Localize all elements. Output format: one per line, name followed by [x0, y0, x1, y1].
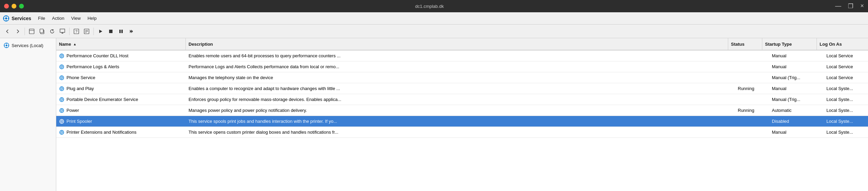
service-name-text: Print Spooler [66, 119, 92, 124]
properties-button[interactable] [82, 27, 91, 36]
cell-logon-4: Local Syste... [824, 94, 868, 105]
service-name-text: Printer Extensions and Notifications [66, 130, 136, 135]
service-name-text: Performance Counter DLL Host [66, 53, 129, 58]
menu-action[interactable]: Action [49, 15, 67, 21]
maximize-button[interactable] [19, 4, 24, 9]
svg-rect-6 [29, 29, 34, 34]
table-row[interactable]: Plug and Play Enables a computer to reco… [56, 83, 868, 94]
table-row[interactable]: Performance Counter DLL Host Enables rem… [56, 50, 868, 61]
cell-logon-3: Local Syste... [824, 83, 868, 94]
app-logo: Services [3, 15, 31, 22]
table-row[interactable]: Power Manages power policy and power pol… [56, 105, 868, 116]
close-button[interactable] [4, 4, 9, 9]
svg-marker-22 [130, 30, 131, 33]
svg-point-80 [61, 109, 63, 111]
copy-button[interactable] [37, 27, 47, 36]
menu-view[interactable]: View [69, 15, 84, 21]
start-button[interactable] [96, 27, 105, 36]
cell-name-7: Printer Extensions and Notifications [56, 127, 186, 137]
table-row[interactable]: Phone Service Manages the telephony stat… [56, 72, 868, 83]
svg-point-70 [61, 99, 63, 100]
toolbar-separator-3 [93, 28, 94, 35]
cell-name-4: Portable Device Enumerator Service [56, 94, 186, 105]
minimize-icon[interactable]: — [835, 2, 841, 10]
service-name-text: Plug and Play [66, 86, 94, 91]
table-row[interactable]: Portable Device Enumerator Service Enfor… [56, 94, 868, 105]
table-row[interactable]: Printer Extensions and Notifications Thi… [56, 127, 868, 138]
gear-icon [59, 64, 64, 70]
menu-help[interactable]: Help [85, 15, 100, 21]
svg-point-50 [61, 77, 63, 78]
cell-name-0: Performance Counter DLL Host [56, 50, 186, 61]
pause-button[interactable] [116, 27, 126, 36]
cell-status-0 [735, 50, 769, 61]
column-startup-type[interactable]: Startup Type [762, 38, 817, 50]
export-button[interactable] [58, 27, 67, 36]
services-local-item[interactable]: Services (Local) [1, 41, 55, 50]
cell-status-5: Running [735, 105, 769, 116]
minimize-button[interactable] [12, 4, 16, 9]
left-panel: Services (Local) [0, 38, 56, 191]
toolbar: ? [0, 25, 868, 38]
column-log-on-as[interactable]: Log On As [817, 38, 861, 50]
close-icon[interactable]: × [860, 2, 864, 10]
svg-point-1 [5, 17, 7, 19]
cell-description-6: This service spools print jobs and handl… [186, 116, 735, 127]
svg-rect-21 [121, 30, 123, 33]
svg-rect-20 [119, 30, 121, 33]
window-chrome: Services File Action View Help ? [0, 12, 868, 38]
cell-logon-7: Local Syste... [824, 127, 868, 137]
main-content: Services (Local) Name ▲ Description Stat… [0, 38, 868, 191]
cell-status-1 [735, 61, 769, 72]
cell-name-3: Plug and Play [56, 83, 186, 94]
column-name[interactable]: Name ▲ [56, 38, 186, 50]
svg-point-30 [61, 55, 63, 57]
window-title: dc1.cmplab.dk [24, 4, 835, 9]
column-status[interactable]: Status [728, 38, 762, 50]
cell-name-2: Phone Service [56, 72, 186, 83]
cell-description-7: This service opens custom printer dialog… [186, 127, 735, 137]
forward-button[interactable] [13, 27, 23, 36]
cell-status-6 [735, 116, 769, 127]
cell-logon-5: Local Syste... [824, 105, 868, 116]
cell-description-4: Enforces group policy for removable mass… [186, 94, 735, 105]
column-description[interactable]: Description [186, 38, 728, 50]
window-controls[interactable] [4, 4, 24, 9]
menu-file[interactable]: File [35, 15, 48, 21]
back-button[interactable] [3, 27, 12, 36]
svg-rect-10 [60, 29, 65, 32]
service-name-text: Power [66, 108, 79, 113]
cell-name-1: Performance Logs & Alerts [56, 61, 186, 72]
cell-startup-0: Manual [769, 50, 824, 61]
left-panel-item-label: Services (Local) [12, 43, 43, 48]
table-row[interactable]: Performance Logs & Alerts Performance Lo… [56, 61, 868, 72]
maximize-icon[interactable]: ❐ [848, 2, 853, 10]
cell-description-5: Manages power policy and power policy no… [186, 105, 735, 116]
cell-description-3: Enables a computer to recognize and adap… [186, 83, 735, 94]
svg-point-25 [6, 45, 8, 46]
cell-name-6: Print Spooler [56, 116, 186, 127]
cell-status-3: Running [735, 83, 769, 94]
svg-marker-23 [131, 30, 133, 33]
table-row[interactable]: Print Spooler This service spools print … [56, 116, 868, 127]
gear-icon [59, 75, 64, 80]
refresh-button[interactable] [47, 27, 57, 36]
service-name-text: Phone Service [66, 75, 95, 80]
cell-status-7 [735, 127, 769, 137]
show-hide-console-button[interactable] [27, 27, 36, 36]
help-button[interactable]: ? [72, 27, 81, 36]
app-title: Services [12, 16, 31, 21]
title-bar: dc1.cmplab.dk — ❐ × [0, 0, 868, 12]
cell-startup-5: Automatic [769, 105, 824, 116]
cell-logon-6: Local Syste... [824, 116, 868, 127]
gear-icon [59, 97, 64, 102]
cell-startup-3: Manual [769, 83, 824, 94]
stop-button[interactable] [106, 27, 116, 36]
svg-marker-18 [99, 30, 102, 33]
cell-logon-0: Local Service [824, 50, 868, 61]
cell-status-2 [735, 72, 769, 83]
restart-button[interactable] [126, 27, 136, 36]
gear-icon [59, 108, 64, 113]
table-body[interactable]: Performance Counter DLL Host Enables rem… [56, 50, 868, 191]
window-action-buttons[interactable]: — ❐ × [835, 2, 864, 10]
